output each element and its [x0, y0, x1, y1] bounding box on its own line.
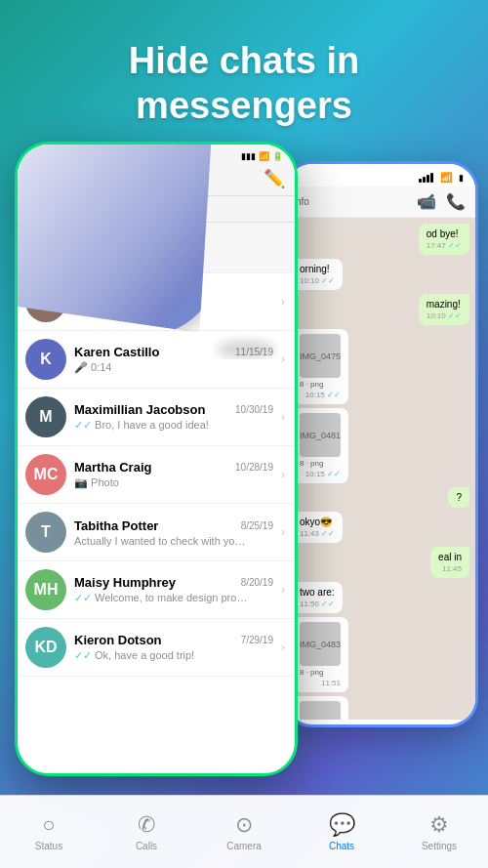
message-bubble: IMG_0483 8 · png 11:51	[292, 617, 348, 692]
chat-info: Maisy Humphrey 8/20/19 ✓✓ Welcome, to ma…	[74, 575, 273, 604]
status-bar: 9:41 ▮▮▮ 📶 🔋	[18, 145, 295, 164]
message-bubble: orning! 10:10 ✓✓	[292, 259, 343, 290]
message-bubble: two are: 11:50 ✓✓	[292, 582, 343, 613]
back-info-label: nfo	[296, 196, 405, 207]
chat-avatar: MC	[25, 454, 66, 495]
chat-name: Karen Castillo	[74, 345, 159, 359]
chat-chevron-icon: ›	[281, 468, 285, 481]
status-icons: ▮▮▮ 📶 🔋	[241, 151, 283, 161]
tab-item-settings[interactable]: ⚙ Settings	[390, 812, 488, 851]
compose-button[interactable]: ✏️	[264, 168, 285, 189]
back-header: nfo 📹 📞	[286, 186, 475, 218]
chat-name: Martha Craig	[74, 460, 151, 475]
chat-list-item[interactable]: A Andrew Pa... ✓✓ What kind of strateg..…	[18, 273, 295, 331]
tab-label-settings: Settings	[422, 841, 457, 851]
wifi-icon: 📶	[440, 172, 452, 183]
chat-avatar: MH	[25, 569, 66, 610]
tab-label-calls: Calls	[136, 841, 157, 851]
tab-item-calls[interactable]: ✆ Calls	[98, 812, 195, 851]
battery-status-icon: 🔋	[272, 151, 283, 161]
chat-chevron-icon: ›	[281, 352, 285, 366]
message-bubble: ?	[448, 487, 469, 508]
chat-list-item[interactable]: K Karen Castillo 11/15/19 🎤 0:14 ›	[18, 331, 295, 389]
back-header-icons: 📹 📞	[417, 192, 466, 211]
chat-chevron-icon: ›	[281, 583, 285, 597]
chat-name: Maisy Humphrey	[74, 575, 176, 590]
wifi-status-icon: 📶	[259, 151, 269, 161]
tab-bar: ○ Status ✆ Calls ⊙ Camera 💬 Chats ⚙ Sett…	[0, 795, 488, 868]
chat-chevron-icon: ›	[281, 410, 285, 424]
voice-call-icon[interactable]: 📞	[446, 192, 466, 211]
chat-preview: ✓✓ Welcome, to make design process faste…	[74, 592, 250, 604]
tab-icon-settings: ⚙	[429, 812, 449, 838]
chat-name: Maximillian Jacobson	[74, 402, 205, 417]
chat-preview: 📷 Photo	[74, 476, 250, 489]
chat-list-item[interactable]: KD Kieron Dotson 7/29/19 ✓✓ Ok, have a g…	[18, 619, 295, 677]
chat-preview: ✓✓ What kind of strateg...	[74, 304, 250, 316]
chat-preview: ✓✓ Ok, have a good trip!	[74, 649, 250, 662]
chat-preview: 🎤 0:14	[74, 361, 250, 374]
tab-icon-chats: 💬	[329, 812, 355, 838]
chat-info: Tabitha Potter 8/25/19 Actually I wanted…	[74, 518, 273, 547]
message-bubble: IMG_0481 8 · png 10:15 ✓✓	[292, 408, 348, 483]
message-bubble: IMG_0484 8 · png 11:51	[292, 696, 348, 720]
chat-list-item[interactable]: MC Martha Craig 10/28/19 📷 Photo ›	[18, 446, 295, 504]
chat-date: 8/20/19	[241, 577, 273, 588]
tab-item-camera[interactable]: ⊙ Camera	[195, 812, 293, 851]
tab-item-status[interactable]: ○ Status	[0, 812, 98, 851]
message-bubble: od bye! 17:47 ✓✓	[419, 224, 469, 255]
signal-bars	[419, 173, 433, 183]
conversation-messages: od bye! 17:47 ✓✓ orning! 10:10 ✓✓ mazing…	[286, 218, 475, 720]
chat-info: Karen Castillo 11/15/19 🎤 0:14	[74, 345, 273, 374]
video-call-icon[interactable]: 📹	[417, 192, 436, 211]
chat-info: Maximillian Jacobson 10/30/19 ✓✓ Bro, I …	[74, 402, 273, 432]
chat-date: 8/25/19	[241, 520, 273, 531]
chat-avatar: KD	[25, 627, 66, 668]
phones-container: 📶 ▮ nfo 📹 📞 od bye! 17:47 ✓✓ orning! 10:…	[0, 142, 488, 825]
battery-icon: ▮	[459, 173, 464, 183]
front-phone: 9:41 ▮▮▮ 📶 🔋 Edit Chats ✏️ New Group 👤	[15, 142, 298, 776]
chat-avatar: A	[25, 281, 66, 322]
status-time: 9:41	[29, 150, 51, 162]
back-status-bar: 📶 ▮	[286, 164, 475, 186]
chat-name: Tabitha Potter	[74, 518, 158, 533]
signal-icon: ▮▮▮	[241, 151, 256, 161]
chat-avatar: K	[25, 339, 66, 380]
app-header: Edit Chats ✏️	[18, 164, 295, 196]
tab-item-chats[interactable]: 💬 Chats	[293, 812, 390, 851]
chat-preview: ✓✓ Bro, I have a good idea!	[74, 419, 250, 432]
back-phone: 📶 ▮ nfo 📹 📞 od bye! 17:47 ✓✓ orning! 10:…	[283, 161, 478, 727]
chat-chevron-icon: ›	[281, 525, 285, 539]
header-title: Chats	[136, 171, 177, 187]
new-group-bar: New Group	[18, 196, 295, 223]
tab-label-status: Status	[35, 841, 62, 851]
chat-list-item[interactable]: T Tabitha Potter 8/25/19 Actually I want…	[18, 504, 295, 561]
chat-date: 10/30/19	[235, 404, 273, 415]
message-bubble: okyo😎 11:43 ✓✓	[292, 512, 343, 543]
new-group-button[interactable]: New Group	[27, 203, 87, 217]
message-bubble: mazing! 10:10 ✓✓	[419, 294, 469, 325]
chat-list-item[interactable]: M Maximillian Jacobson 10/30/19 ✓✓ Bro, …	[18, 389, 295, 446]
chat-preview: Actually I wanted to check with you abou…	[74, 535, 250, 547]
tab-icon-camera: ⊙	[235, 812, 253, 838]
chat-date: 11/15/19	[235, 347, 273, 357]
message-bubble: IMG_0475 8 · png 10:15 ✓✓	[292, 329, 348, 404]
tab-label-camera: Camera	[226, 841, 262, 851]
chat-info: Kieron Dotson 7/29/19 ✓✓ Ok, have a good…	[74, 633, 273, 662]
chat-name: Andrew Pa...	[74, 287, 150, 302]
chat-list-item[interactable]: MH Maisy Humphrey 8/20/19 ✓✓ Welcome, to…	[18, 561, 295, 619]
chat-info: Martha Craig 10/28/19 📷 Photo	[74, 460, 273, 489]
hero-section: Hide chats in messengers	[0, 0, 488, 157]
edit-button[interactable]: Edit	[27, 172, 48, 186]
chat-chevron-icon: ›	[281, 295, 285, 309]
tab-icon-status: ○	[42, 812, 55, 838]
tab-icon-calls: ✆	[138, 812, 155, 838]
hero-title: Hide chats in messengers	[0, 39, 488, 128]
blurred-chat-item: 👤 an... om is aweso...	[18, 223, 295, 273]
chat-list: A Andrew Pa... ✓✓ What kind of strateg..…	[18, 273, 295, 677]
chat-avatar: T	[25, 512, 66, 553]
tab-label-chats: Chats	[329, 841, 354, 851]
chat-name: Kieron Dotson	[74, 633, 162, 647]
chat-date: 7/29/19	[241, 635, 273, 645]
chat-chevron-icon: ›	[281, 641, 285, 654]
